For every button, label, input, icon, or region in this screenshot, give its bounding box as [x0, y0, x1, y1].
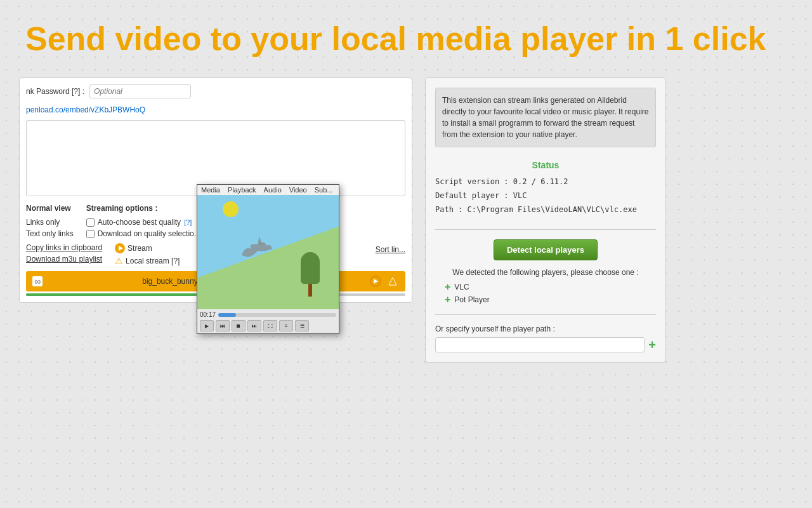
infinity-icon: ∞	[32, 276, 43, 286]
plus-icon-vlc: +	[445, 282, 450, 292]
plus-icon-pot: +	[445, 295, 450, 305]
vlc-buttons: ▶ ⏮ ⏹ ⏭ ⛶ ≡ ☰	[200, 320, 336, 331]
vlc-next-btn[interactable]: ⏭	[247, 320, 261, 331]
bird-silhouette	[235, 233, 273, 265]
sort-link[interactable]: Sort lin...	[376, 245, 405, 254]
password-label: nk Password [?] :	[26, 87, 84, 96]
action-left: Copy links in clipboard Download m3u pla…	[26, 243, 102, 266]
download-m3u-button[interactable]: Download m3u playlist	[26, 255, 102, 264]
play-button[interactable]	[370, 276, 381, 287]
yellow-ball	[223, 201, 239, 217]
vlc-menubar: Media Playback Audio Video Sub...	[197, 185, 339, 195]
links-only-option[interactable]: Links only	[26, 218, 74, 227]
divider-2	[435, 314, 656, 315]
streaming-label: Streaming options :	[86, 204, 200, 213]
vlc-fullscreen-btn[interactable]: ⛶	[263, 320, 277, 331]
normal-view-label[interactable]: Normal view	[26, 204, 74, 213]
vlc-timeline: 00:17	[200, 311, 336, 318]
vlc-progress-fill	[218, 313, 236, 317]
stream-label: Stream	[128, 244, 152, 253]
vlc-stop-btn[interactable]: ⏹	[232, 320, 246, 331]
embed-link[interactable]: penload.co/embed/vZKbJPBWHoQ	[26, 105, 145, 114]
player-item-vlc: + VLC	[445, 282, 656, 292]
auto-choose-checkbox[interactable]	[86, 218, 95, 227]
progress-bar-fill	[26, 293, 197, 296]
vlc-player: Media Playback Audio Video Sub...	[197, 184, 339, 334]
player-path-input[interactable]	[435, 337, 645, 352]
player-list: + VLC + Pot Player	[445, 282, 656, 305]
info-box: This extension can stream links generate…	[435, 88, 656, 147]
detect-players-button[interactable]: Detect local players	[494, 239, 598, 260]
vlc-menu-sub[interactable]: Sub...	[315, 186, 333, 194]
page-headline: Send video to your local media player in…	[0, 0, 812, 71]
vlc-video-area	[197, 195, 339, 309]
download-quality-item: Download on quality selectio...	[86, 229, 200, 238]
link-row: penload.co/embed/vZKbJPBWHoQ	[26, 104, 405, 115]
player-path: Path : C:\Program Files\VideoLAN\VLC\vlc…	[435, 203, 656, 217]
status-title: Status	[435, 160, 656, 170]
vlc-menu-playback[interactable]: Playback	[228, 186, 256, 194]
action-right: Stream ⚠ Local stream [?]	[115, 243, 180, 266]
status-info: Script version : 0.2 / 6.11.2 Default pl…	[435, 175, 656, 217]
vlc-menu-audio[interactable]: Audio	[264, 186, 282, 194]
vlc-controls: 00:17 ▶ ⏮ ⏹ ⏭ ⛶ ≡ ☰	[197, 309, 339, 333]
stream-button[interactable]: Stream	[115, 243, 180, 253]
auto-choose-item: Auto-choose best quality [?]	[86, 218, 200, 227]
vlc-playlist-btn[interactable]: ☰	[295, 320, 309, 331]
download-quality-label: Download on quality selectio...	[98, 229, 200, 238]
default-player: Default player : VLC	[435, 189, 656, 203]
local-stream-button[interactable]: ⚠ Local stream [?]	[115, 256, 180, 266]
stream-icon	[115, 243, 125, 253]
info-text: This extension can stream links generate…	[442, 96, 648, 139]
streaming-options: Streaming options : Auto-choose best qua…	[86, 204, 200, 238]
vlc-progress-bar[interactable]	[218, 313, 336, 317]
right-panel: This extension can stream links generate…	[425, 77, 666, 363]
password-row: nk Password [?] :	[26, 84, 405, 98]
path-add-button[interactable]: +	[648, 338, 656, 351]
text-only-links-option[interactable]: Text only links	[26, 229, 74, 238]
download-quality-checkbox[interactable]	[86, 230, 95, 238]
vlc-play-pause-btn[interactable]: ▶	[200, 320, 214, 331]
vlc-tree	[301, 246, 320, 297]
vlc-icon[interactable]	[386, 275, 399, 288]
auto-choose-help[interactable]: [?]	[184, 218, 192, 226]
local-stream-label: Local stream [?]	[126, 257, 180, 265]
vlc-menu-media[interactable]: Media	[201, 186, 220, 194]
player-item-pot: + Pot Player	[445, 295, 656, 305]
divider	[435, 229, 656, 230]
vlc-player-label[interactable]: VLC	[454, 283, 469, 291]
copy-links-button[interactable]: Copy links in clipboard	[26, 243, 102, 252]
vlc-time-display: 00:17	[200, 311, 216, 318]
password-input[interactable]	[89, 84, 191, 98]
vlc-menu-video[interactable]: Video	[289, 186, 307, 194]
pot-player-label[interactable]: Pot Player	[454, 295, 489, 304]
specify-label: Or specify yourself the player path :	[435, 324, 656, 333]
svg-marker-0	[389, 277, 396, 285]
script-version: Script version : 0.2 / 6.11.2	[435, 175, 656, 189]
warning-icon: ⚠	[115, 256, 123, 266]
detected-text: We detected the following players, pleas…	[435, 268, 656, 277]
vlc-eq-btn[interactable]: ≡	[279, 320, 293, 331]
view-left: Normal view Links only Text only links	[26, 204, 74, 238]
vlc-prev-btn[interactable]: ⏮	[216, 320, 230, 331]
status-section: Status Script version : 0.2 / 6.11.2 Def…	[435, 160, 656, 217]
auto-choose-label: Auto-choose best quality	[98, 218, 181, 227]
path-input-row: +	[435, 337, 656, 352]
left-panel: nk Password [?] : penload.co/embed/vZKbJ…	[19, 77, 412, 363]
